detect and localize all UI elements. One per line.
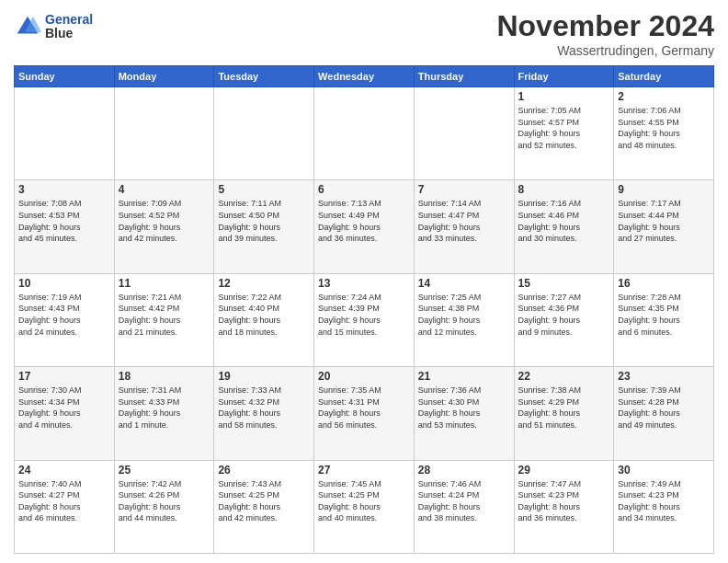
day-number: 27: [318, 464, 410, 477]
day-info: Sunrise: 7:40 AMSunset: 4:27 PMDaylight:…: [18, 478, 110, 524]
day-number: 10: [18, 277, 110, 290]
day-number: 18: [119, 370, 210, 383]
calendar-cell: 11Sunrise: 7:21 AMSunset: 4:42 PMDayligh…: [114, 273, 214, 366]
day-number: 21: [418, 370, 510, 383]
day-info: Sunrise: 7:28 AMSunset: 4:35 PMDaylight:…: [618, 292, 710, 338]
calendar-cell: 15Sunrise: 7:27 AMSunset: 4:36 PMDayligh…: [514, 273, 614, 366]
day-info: Sunrise: 7:24 AMSunset: 4:39 PMDaylight:…: [318, 292, 410, 338]
day-number: 23: [618, 370, 710, 383]
day-number: 16: [618, 277, 710, 290]
day-number: 6: [318, 183, 410, 196]
day-info: Sunrise: 7:42 AMSunset: 4:26 PMDaylight:…: [119, 478, 210, 524]
day-number: 24: [18, 464, 110, 477]
day-info: Sunrise: 7:19 AMSunset: 4:43 PMDaylight:…: [18, 292, 110, 338]
weekday-header-sunday: Sunday: [15, 66, 115, 87]
day-info: Sunrise: 7:33 AMSunset: 4:32 PMDaylight:…: [218, 385, 310, 431]
day-number: 17: [18, 370, 110, 383]
calendar-cell: 17Sunrise: 7:30 AMSunset: 4:34 PMDayligh…: [15, 367, 115, 460]
day-info: Sunrise: 7:38 AMSunset: 4:29 PMDaylight:…: [518, 385, 610, 431]
day-info: Sunrise: 7:49 AMSunset: 4:23 PMDaylight:…: [618, 478, 710, 524]
day-number: 13: [318, 277, 410, 290]
day-number: 5: [218, 183, 310, 196]
day-number: 22: [518, 370, 610, 383]
calendar-cell: 22Sunrise: 7:38 AMSunset: 4:29 PMDayligh…: [514, 367, 614, 460]
day-number: 20: [318, 370, 410, 383]
calendar-cell: 7Sunrise: 7:14 AMSunset: 4:47 PMDaylight…: [414, 180, 514, 273]
day-info: Sunrise: 7:47 AMSunset: 4:23 PMDaylight:…: [518, 478, 610, 524]
calendar-week-5: 24Sunrise: 7:40 AMSunset: 4:27 PMDayligh…: [15, 460, 714, 553]
day-number: 1: [518, 90, 610, 103]
day-number: 12: [218, 277, 310, 290]
calendar-cell: 24Sunrise: 7:40 AMSunset: 4:27 PMDayligh…: [15, 460, 115, 553]
day-number: 11: [119, 277, 210, 290]
calendar-cell: [15, 87, 115, 180]
day-info: Sunrise: 7:11 AMSunset: 4:50 PMDaylight:…: [218, 198, 310, 244]
calendar-cell: [114, 87, 214, 180]
calendar-cell: 12Sunrise: 7:22 AMSunset: 4:40 PMDayligh…: [214, 273, 314, 366]
day-info: Sunrise: 7:09 AMSunset: 4:52 PMDaylight:…: [119, 198, 210, 244]
calendar-cell: 4Sunrise: 7:09 AMSunset: 4:52 PMDaylight…: [114, 180, 214, 273]
day-number: 9: [618, 183, 710, 196]
calendar-week-4: 17Sunrise: 7:30 AMSunset: 4:34 PMDayligh…: [15, 367, 714, 460]
page: General Blue November 2024 Wassertruding…: [0, 0, 728, 563]
calendar-cell: 23Sunrise: 7:39 AMSunset: 4:28 PMDayligh…: [614, 367, 714, 460]
header: General Blue November 2024 Wassertruding…: [14, 9, 714, 58]
calendar-week-2: 3Sunrise: 7:08 AMSunset: 4:53 PMDaylight…: [15, 180, 714, 273]
location: Wassertrudingen, Germany: [496, 43, 714, 58]
logo: General Blue: [14, 13, 93, 41]
day-info: Sunrise: 7:06 AMSunset: 4:55 PMDaylight:…: [618, 105, 710, 151]
calendar-cell: 13Sunrise: 7:24 AMSunset: 4:39 PMDayligh…: [314, 273, 415, 366]
month-title: November 2024: [496, 9, 714, 43]
calendar-cell: 5Sunrise: 7:11 AMSunset: 4:50 PMDaylight…: [214, 180, 314, 273]
calendar-cell: 3Sunrise: 7:08 AMSunset: 4:53 PMDaylight…: [15, 180, 115, 273]
calendar-cell: 14Sunrise: 7:25 AMSunset: 4:38 PMDayligh…: [414, 273, 514, 366]
logo-text: General Blue: [45, 13, 93, 41]
day-info: Sunrise: 7:27 AMSunset: 4:36 PMDaylight:…: [518, 292, 610, 338]
day-info: Sunrise: 7:46 AMSunset: 4:24 PMDaylight:…: [418, 478, 510, 524]
calendar-cell: 26Sunrise: 7:43 AMSunset: 4:25 PMDayligh…: [214, 460, 314, 553]
calendar-cell: 18Sunrise: 7:31 AMSunset: 4:33 PMDayligh…: [114, 367, 214, 460]
day-number: 7: [418, 183, 510, 196]
weekday-header-wednesday: Wednesday: [314, 66, 415, 87]
calendar-cell: 29Sunrise: 7:47 AMSunset: 4:23 PMDayligh…: [514, 460, 614, 553]
calendar-cell: 20Sunrise: 7:35 AMSunset: 4:31 PMDayligh…: [314, 367, 415, 460]
calendar-week-1: 1Sunrise: 7:05 AMSunset: 4:57 PMDaylight…: [15, 87, 714, 180]
logo-icon: [14, 13, 41, 40]
calendar-cell: 30Sunrise: 7:49 AMSunset: 4:23 PMDayligh…: [614, 460, 714, 553]
day-number: 19: [218, 370, 310, 383]
day-info: Sunrise: 7:39 AMSunset: 4:28 PMDaylight:…: [618, 385, 710, 431]
day-number: 2: [618, 90, 710, 103]
calendar-cell: 19Sunrise: 7:33 AMSunset: 4:32 PMDayligh…: [214, 367, 314, 460]
calendar-cell: 16Sunrise: 7:28 AMSunset: 4:35 PMDayligh…: [614, 273, 714, 366]
day-info: Sunrise: 7:05 AMSunset: 4:57 PMDaylight:…: [518, 105, 610, 151]
calendar-cell: 10Sunrise: 7:19 AMSunset: 4:43 PMDayligh…: [15, 273, 115, 366]
weekday-header-tuesday: Tuesday: [214, 66, 314, 87]
day-info: Sunrise: 7:14 AMSunset: 4:47 PMDaylight:…: [418, 198, 510, 244]
day-number: 28: [418, 464, 510, 477]
calendar-cell: 2Sunrise: 7:06 AMSunset: 4:55 PMDaylight…: [614, 87, 714, 180]
weekday-header-monday: Monday: [114, 66, 214, 87]
calendar-cell: [314, 87, 415, 180]
day-info: Sunrise: 7:35 AMSunset: 4:31 PMDaylight:…: [318, 385, 410, 431]
calendar-cell: 25Sunrise: 7:42 AMSunset: 4:26 PMDayligh…: [114, 460, 214, 553]
day-info: Sunrise: 7:13 AMSunset: 4:49 PMDaylight:…: [318, 198, 410, 244]
day-info: Sunrise: 7:25 AMSunset: 4:38 PMDaylight:…: [418, 292, 510, 338]
day-info: Sunrise: 7:36 AMSunset: 4:30 PMDaylight:…: [418, 385, 510, 431]
day-number: 30: [618, 464, 710, 477]
day-number: 15: [518, 277, 610, 290]
day-info: Sunrise: 7:16 AMSunset: 4:46 PMDaylight:…: [518, 198, 610, 244]
day-info: Sunrise: 7:30 AMSunset: 4:34 PMDaylight:…: [18, 385, 110, 431]
calendar-cell: 8Sunrise: 7:16 AMSunset: 4:46 PMDaylight…: [514, 180, 614, 273]
calendar-cell: 21Sunrise: 7:36 AMSunset: 4:30 PMDayligh…: [414, 367, 514, 460]
day-number: 26: [218, 464, 310, 477]
day-info: Sunrise: 7:45 AMSunset: 4:25 PMDaylight:…: [318, 478, 410, 524]
day-number: 25: [119, 464, 210, 477]
day-number: 8: [518, 183, 610, 196]
weekday-header-saturday: Saturday: [614, 66, 714, 87]
title-block: November 2024 Wassertrudingen, Germany: [496, 9, 714, 58]
day-number: 14: [418, 277, 510, 290]
calendar-cell: [414, 87, 514, 180]
calendar-week-3: 10Sunrise: 7:19 AMSunset: 4:43 PMDayligh…: [15, 273, 714, 366]
calendar-cell: 27Sunrise: 7:45 AMSunset: 4:25 PMDayligh…: [314, 460, 415, 553]
weekday-header-friday: Friday: [514, 66, 614, 87]
